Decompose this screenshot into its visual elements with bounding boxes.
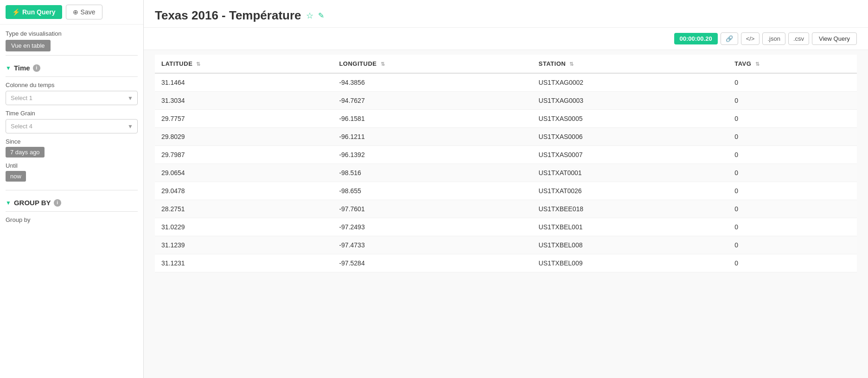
chart-title: Texas 2016 - Température bbox=[155, 8, 301, 23]
divider-group-2 bbox=[6, 211, 138, 212]
cell-station: US1TXAS0006 bbox=[532, 128, 728, 146]
table-row: 31.3034-94.7627US1TXAG00030 bbox=[155, 92, 857, 110]
chart-header: Texas 2016 - Température ☆ ✎ bbox=[144, 0, 868, 28]
cell-latitude: 31.1464 bbox=[155, 73, 332, 92]
since-label: Since bbox=[6, 138, 138, 145]
cell-longitude: -97.2493 bbox=[332, 218, 532, 236]
cell-latitude: 29.0654 bbox=[155, 164, 332, 182]
time-grain-select-wrapper: Select 4 ▼ bbox=[6, 119, 138, 133]
table-row: 29.8029-96.1211US1TXAS00060 bbox=[155, 128, 857, 146]
since-value-button[interactable]: 7 days ago bbox=[6, 147, 45, 158]
until-label: Until bbox=[6, 162, 138, 169]
time-column-select[interactable]: Select 1 bbox=[6, 91, 138, 105]
run-query-button[interactable]: ⚡ Run Query bbox=[6, 5, 62, 19]
cell-tavg: 0 bbox=[728, 73, 857, 92]
sort-icon-station: ⇅ bbox=[569, 61, 574, 67]
chart-toolbar: 00:00:00.20 🔗 </> .json .csv View Query bbox=[144, 28, 868, 50]
table-row: 29.7757-96.1581US1TXAS00050 bbox=[155, 110, 857, 128]
edit-icon[interactable]: ✎ bbox=[318, 11, 324, 20]
cell-tavg: 0 bbox=[728, 110, 857, 128]
group-by-info-icon: i bbox=[54, 199, 61, 207]
cell-latitude: 31.3034 bbox=[155, 92, 332, 110]
table-header: LATITUDE ⇅ LONGITUDE ⇅ STATION ⇅ TAVG ⇅ bbox=[155, 55, 857, 73]
time-grain-label: Time Grain bbox=[6, 110, 138, 117]
col-tavg-label: TAVG bbox=[734, 60, 751, 67]
table-header-row: LATITUDE ⇅ LONGITUDE ⇅ STATION ⇅ TAVG ⇅ bbox=[155, 55, 857, 73]
cell-station: US1TXBEE018 bbox=[532, 200, 728, 218]
group-by-arrow-icon: ▼ bbox=[6, 200, 11, 206]
cell-station: US1TXAG0002 bbox=[532, 73, 728, 92]
save-button[interactable]: ⊕ Save bbox=[66, 5, 102, 19]
cell-station: US1TXAS0007 bbox=[532, 146, 728, 164]
col-station[interactable]: STATION ⇅ bbox=[532, 55, 728, 73]
col-latitude-label: LATITUDE bbox=[161, 60, 192, 67]
group-by-section-header[interactable]: ▼ GROUP BY i bbox=[6, 199, 138, 207]
cell-longitude: -94.3856 bbox=[332, 73, 532, 92]
cell-longitude: -94.7627 bbox=[332, 92, 532, 110]
table-row: 31.0229-97.2493US1TXBEL0010 bbox=[155, 218, 857, 236]
group-by-title: GROUP BY bbox=[14, 199, 51, 207]
cell-station: US1TXAS0005 bbox=[532, 110, 728, 128]
table-row: 29.0654-98.516US1TXAT00010 bbox=[155, 164, 857, 182]
data-table: LATITUDE ⇅ LONGITUDE ⇅ STATION ⇅ TAVG ⇅ bbox=[155, 55, 857, 272]
col-station-label: STATION bbox=[539, 60, 566, 67]
sort-icon-latitude: ⇅ bbox=[196, 61, 201, 67]
link-button[interactable]: 🔗 bbox=[721, 32, 738, 45]
cell-longitude: -98.516 bbox=[332, 164, 532, 182]
table-row: 31.1239-97.4733US1TXBEL0080 bbox=[155, 236, 857, 254]
viz-type-section: Type de visualisation Vue en table bbox=[6, 30, 138, 51]
time-column-select-wrapper: Select 1 ▼ bbox=[6, 91, 138, 105]
cell-latitude: 31.1231 bbox=[155, 254, 332, 272]
until-value-button[interactable]: now bbox=[6, 171, 26, 182]
run-query-label: Run Query bbox=[22, 8, 56, 16]
cell-station: US1TXBEL008 bbox=[532, 236, 728, 254]
cell-longitude: -97.7601 bbox=[332, 200, 532, 218]
time-column-label: Colonne du temps bbox=[6, 82, 138, 88]
cell-latitude: 29.7987 bbox=[155, 146, 332, 164]
table-row: 28.2751-97.7601US1TXBEE0180 bbox=[155, 200, 857, 218]
view-query-button[interactable]: View Query bbox=[812, 32, 857, 45]
cell-latitude: 28.2751 bbox=[155, 200, 332, 218]
col-longitude-label: LONGITUDE bbox=[339, 60, 377, 67]
table-row: 29.0478-98.655US1TXAT00260 bbox=[155, 182, 857, 200]
cell-tavg: 0 bbox=[728, 164, 857, 182]
cell-tavg: 0 bbox=[728, 218, 857, 236]
embed-button[interactable]: </> bbox=[741, 32, 760, 45]
cell-latitude: 31.1239 bbox=[155, 236, 332, 254]
embed-icon: </> bbox=[746, 35, 755, 42]
json-button[interactable]: .json bbox=[762, 32, 785, 45]
sort-icon-tavg: ⇅ bbox=[755, 61, 760, 67]
time-grain-select[interactable]: Select 4 bbox=[6, 119, 138, 133]
panel-content: Type de visualisation Vue en table ▼ Tim… bbox=[0, 25, 143, 378]
divider-time bbox=[6, 76, 138, 77]
cell-tavg: 0 bbox=[728, 92, 857, 110]
save-label: Save bbox=[81, 8, 96, 16]
viz-type-button[interactable]: Vue en table bbox=[6, 40, 51, 51]
cell-station: US1TXAT0026 bbox=[532, 182, 728, 200]
viz-type-label: Type de visualisation bbox=[6, 30, 138, 37]
cell-longitude: -96.1392 bbox=[332, 146, 532, 164]
cell-station: US1TXBEL001 bbox=[532, 218, 728, 236]
table-row: 31.1231-97.5284US1TXBEL0090 bbox=[155, 254, 857, 272]
col-latitude[interactable]: LATITUDE ⇅ bbox=[155, 55, 332, 73]
sort-icon-longitude: ⇅ bbox=[381, 61, 385, 67]
star-icon[interactable]: ☆ bbox=[306, 11, 313, 21]
lightning-icon: ⚡ bbox=[12, 8, 20, 16]
cell-tavg: 0 bbox=[728, 128, 857, 146]
cell-longitude: -97.5284 bbox=[332, 254, 532, 272]
csv-button[interactable]: .csv bbox=[788, 32, 809, 45]
col-tavg[interactable]: TAVG ⇅ bbox=[728, 55, 857, 73]
divider-1 bbox=[6, 55, 138, 56]
col-longitude[interactable]: LONGITUDE ⇅ bbox=[332, 55, 532, 73]
left-panel: ⚡ Run Query ⊕ Save Type de visualisation… bbox=[0, 0, 144, 378]
plus-icon: ⊕ bbox=[73, 8, 78, 16]
cell-station: US1TXBEL009 bbox=[532, 254, 728, 272]
cell-tavg: 0 bbox=[728, 146, 857, 164]
top-toolbar: ⚡ Run Query ⊕ Save bbox=[0, 0, 143, 25]
time-info-icon: i bbox=[33, 64, 40, 72]
cell-tavg: 0 bbox=[728, 254, 857, 272]
time-section-header[interactable]: ▼ Time i bbox=[6, 64, 138, 72]
time-section: ▼ Time i Colonne du temps Select 1 ▼ Tim… bbox=[6, 64, 138, 182]
right-panel: Texas 2016 - Température ☆ ✎ 00:00:00.20… bbox=[144, 0, 868, 378]
link-icon: 🔗 bbox=[726, 35, 733, 42]
